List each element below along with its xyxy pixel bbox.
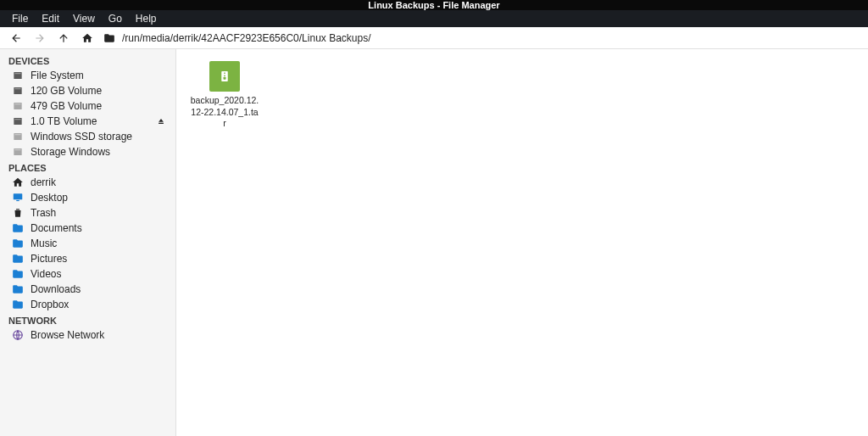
file-view[interactable]: backup_2020.12.12-22.14.07_1.tar	[176, 49, 868, 436]
menu-view[interactable]: View	[66, 13, 102, 25]
toolbar: /run/media/derrik/42AACF2923E656C0/Linux…	[0, 27, 868, 49]
sidebar-item-places-2[interactable]: Trash	[0, 205, 175, 221]
path-text: /run/media/derrik/42AACF2923E656C0/Linux…	[122, 32, 371, 44]
trash-icon	[12, 207, 24, 219]
sidebar-item-label: Downloads	[31, 283, 167, 295]
sidebar-item-label: 1.0 TB Volume	[31, 115, 148, 127]
menu-help[interactable]: Help	[129, 13, 164, 25]
section-network-header: NETWORK	[0, 312, 175, 327]
home-button[interactable]	[80, 31, 95, 46]
window-title: Linux Backups - File Manager	[368, 0, 499, 10]
menu-bar: File Edit View Go Help	[0, 10, 868, 27]
menu-file[interactable]: File	[5, 13, 35, 25]
arrow-right-icon	[34, 32, 46, 44]
window-title-bar: Linux Backups - File Manager	[0, 0, 868, 10]
disk-light-icon	[12, 100, 24, 112]
sidebar-item-places-0[interactable]: derrik	[0, 175, 175, 190]
disk-light-icon	[12, 146, 24, 158]
sidebar-item-label: Storage Windows	[31, 146, 167, 158]
sidebar-item-places-8[interactable]: Dropbox	[0, 297, 175, 312]
sidebar-item-network-0[interactable]: Browse Network	[0, 327, 175, 343]
home-icon	[81, 32, 93, 44]
eject-icon[interactable]	[155, 115, 167, 127]
menu-edit[interactable]: Edit	[35, 13, 66, 25]
folder-icon	[12, 253, 24, 265]
sidebar-item-places-6[interactable]: Videos	[0, 266, 175, 282]
path-bar[interactable]: /run/media/derrik/42AACF2923E656C0/Linux…	[103, 32, 860, 44]
folder-icon	[12, 283, 24, 295]
disk-icon	[12, 115, 24, 127]
sidebar-item-label: Dropbox	[31, 299, 167, 310]
sidebar-item-label: Desktop	[31, 192, 167, 204]
section-places-header: PLACES	[0, 159, 175, 175]
sidebar-item-places-5[interactable]: Pictures	[0, 251, 175, 266]
back-button[interactable]	[8, 31, 24, 46]
sidebar-item-label: Browse Network	[31, 329, 167, 341]
disk-icon	[12, 85, 24, 97]
folder-icon	[12, 299, 24, 310]
file-name-label: backup_2020.12.12-22.14.07_1.tar	[190, 95, 259, 130]
folder-icon	[12, 238, 24, 249]
folder-icon	[12, 222, 24, 234]
archive-icon	[209, 61, 240, 92]
sidebar-item-label: 479 GB Volume	[31, 100, 167, 112]
content-area: DEVICES File System 120 GB Volume 479 GB…	[0, 49, 868, 436]
sidebar-item-label: derrik	[31, 176, 167, 188]
home-icon	[12, 176, 24, 188]
sidebar-item-label: Documents	[31, 222, 167, 234]
sidebar-item-places-7[interactable]: Downloads	[0, 282, 175, 297]
folder-icon	[103, 32, 115, 44]
disk-icon	[12, 70, 24, 81]
sidebar-item-devices-2[interactable]: 479 GB Volume	[0, 98, 175, 114]
folder-icon	[12, 268, 24, 280]
desktop-icon	[12, 192, 24, 204]
sidebar-item-devices-3[interactable]: 1.0 TB Volume	[0, 114, 175, 129]
file-item-0[interactable]: backup_2020.12.12-22.14.07_1.tar	[186, 58, 263, 133]
sidebar-item-label: 120 GB Volume	[31, 85, 167, 97]
sidebar-item-label: Pictures	[31, 253, 167, 265]
sidebar-item-label: Music	[31, 238, 167, 249]
sidebar-item-label: Videos	[31, 268, 167, 280]
sidebar-item-places-4[interactable]: Music	[0, 236, 175, 251]
sidebar-item-devices-1[interactable]: 120 GB Volume	[0, 83, 175, 98]
forward-button[interactable]	[32, 31, 47, 46]
sidebar-item-devices-0[interactable]: File System	[0, 68, 175, 83]
sidebar: DEVICES File System 120 GB Volume 479 GB…	[0, 49, 176, 436]
arrow-left-icon	[10, 32, 22, 44]
sidebar-item-label: File System	[31, 70, 167, 81]
sidebar-item-label: Trash	[31, 207, 167, 219]
sidebar-item-places-1[interactable]: Desktop	[0, 190, 175, 205]
globe-icon	[12, 329, 24, 341]
sidebar-item-label: Windows SSD storage	[31, 131, 167, 143]
sidebar-item-places-3[interactable]: Documents	[0, 221, 175, 236]
section-devices-header: DEVICES	[0, 53, 175, 68]
arrow-up-icon	[58, 32, 70, 44]
disk-light-icon	[12, 131, 24, 143]
sidebar-item-devices-4[interactable]: Windows SSD storage	[0, 129, 175, 144]
menu-go[interactable]: Go	[102, 13, 129, 25]
sidebar-item-devices-5[interactable]: Storage Windows	[0, 144, 175, 159]
up-button[interactable]	[56, 31, 71, 46]
